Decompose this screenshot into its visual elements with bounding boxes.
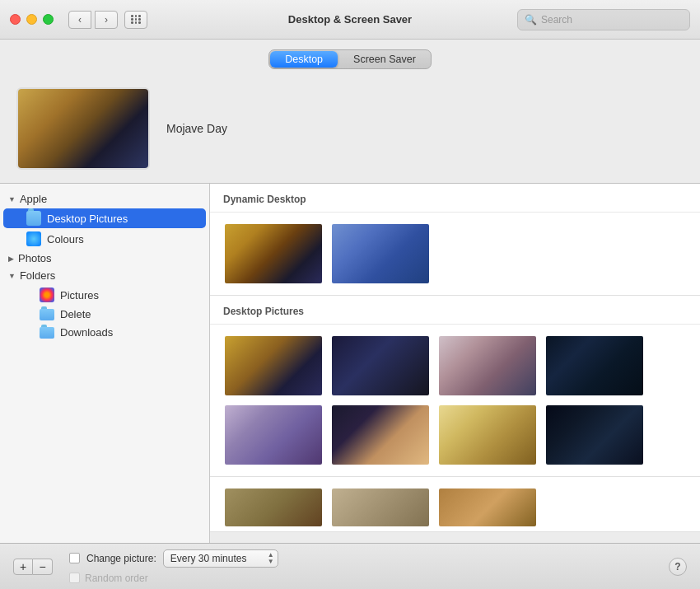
titlebar: ‹ › Desktop & Screen Saver 🔍	[0, 0, 700, 40]
bottom-bar: + − Change picture: Every 5 seconds Ever…	[0, 543, 700, 589]
thumb-dp-4[interactable]	[544, 334, 645, 397]
change-picture-checkbox[interactable]	[69, 553, 80, 563]
sidebar-item-downloads[interactable]: Downloads	[3, 324, 206, 341]
sidebar-label-pictures: Pictures	[60, 289, 99, 302]
random-order-row: Random order	[69, 573, 278, 584]
maximize-button[interactable]	[43, 14, 54, 25]
random-order-checkbox[interactable]	[69, 573, 80, 583]
sidebar-item-colours[interactable]: Colours	[3, 229, 206, 249]
nav-buttons: ‹ ›	[68, 11, 118, 29]
thumb-dp-10[interactable]	[330, 487, 431, 528]
folder-icon	[26, 211, 41, 226]
apple-chevron-icon: ▼	[8, 195, 16, 203]
change-picture-label: Change picture:	[86, 553, 156, 564]
forward-button[interactable]: ›	[95, 11, 118, 29]
sidebar-section-folders[interactable]: ▼ Folders	[0, 267, 209, 284]
grid-dots-icon	[131, 15, 141, 24]
thumb-dynamic-1[interactable]	[223, 222, 324, 285]
add-remove-buttons: + −	[13, 559, 53, 575]
help-button[interactable]: ?	[669, 558, 687, 576]
traffic-lights	[10, 14, 54, 25]
main-content: Mojave Day ▼ Apple Desktop Pictures Colo…	[0, 79, 700, 543]
folders-section-label: Folders	[20, 269, 55, 282]
change-picture-row: Change picture: Every 5 seconds Every 10…	[69, 549, 278, 568]
folder-downloads-icon	[40, 327, 54, 339]
preview-area: Mojave Day	[0, 79, 700, 183]
sidebar-label-downloads: Downloads	[60, 326, 113, 339]
search-icon: 🔍	[525, 14, 537, 26]
thumb-img-dp-1	[225, 336, 322, 395]
sidebar-label-colours: Colours	[47, 233, 84, 245]
remove-button[interactable]: −	[33, 559, 53, 575]
sidebar-item-pictures[interactable]: Pictures	[3, 285, 206, 305]
thumb-dp-1[interactable]	[223, 334, 324, 397]
interval-select[interactable]: Every 5 seconds Every 10 seconds Every 3…	[163, 549, 278, 568]
photos-label: Photos	[18, 252, 51, 264]
folders-chevron-icon: ▼	[8, 272, 16, 280]
tab-desktop[interactable]: Desktop	[270, 51, 338, 68]
thumb-img-dp-3	[439, 336, 536, 395]
thumb-img-dp-9	[225, 488, 322, 528]
preview-image[interactable]	[16, 87, 150, 170]
photos-chevron-icon: ▶	[8, 255, 14, 263]
sidebar-label-desktop-pictures: Desktop Pictures	[47, 213, 128, 225]
sidebar-section-photos[interactable]: ▶ Photos	[0, 250, 209, 267]
thumb-dp-7[interactable]	[437, 404, 538, 466]
thumb-img-dp-4	[546, 336, 643, 395]
sidebar-label-delete: Delete	[60, 308, 91, 320]
globe-icon	[26, 231, 41, 246]
bottom-options: Change picture: Every 5 seconds Every 10…	[69, 549, 278, 584]
preview-img-inner	[18, 89, 148, 168]
thumb-dp-6[interactable]	[330, 404, 431, 466]
thumb-img-dp-5	[225, 405, 322, 465]
thumb-img-dp-8	[546, 405, 643, 465]
random-order-label: Random order	[85, 573, 148, 584]
desktop-pictures-label: Desktop Pictures	[210, 296, 700, 325]
thumb-img-dp-6	[332, 405, 429, 465]
sidebar-item-desktop-pictures[interactable]: Desktop Pictures	[3, 208, 206, 228]
segment-bar: Desktop Screen Saver	[0, 40, 700, 79]
segment-control: Desktop Screen Saver	[268, 49, 432, 69]
dynamic-desktop-label: Dynamic Desktop	[210, 184, 700, 213]
sidebar-section-apple[interactable]: ▼ Apple	[0, 190, 209, 208]
thumb-img-dynamic-1	[225, 224, 322, 283]
thumb-dp-2[interactable]	[330, 334, 431, 397]
thumb-img-dynamic-2	[332, 224, 429, 283]
preview-name: Mojave Day	[166, 122, 227, 135]
thumb-img-dp-7	[439, 405, 536, 465]
photos-icon	[40, 287, 54, 302]
window-title: Desktop & Screen Saver	[288, 13, 412, 26]
add-button[interactable]: +	[13, 559, 33, 575]
sidebar-item-delete[interactable]: Delete	[3, 306, 206, 323]
interval-select-wrapper: Every 5 seconds Every 10 seconds Every 3…	[163, 549, 278, 568]
thumb-img-dp-10	[332, 488, 429, 528]
close-button[interactable]	[10, 14, 21, 25]
thumb-img-dp-11	[439, 488, 536, 528]
minimize-button[interactable]	[26, 14, 37, 25]
desktop-pictures-grid-2	[210, 477, 700, 532]
thumb-dp-9[interactable]	[223, 487, 324, 528]
thumb-dp-11[interactable]	[437, 487, 538, 528]
dynamic-desktop-grid	[210, 213, 700, 296]
search-box[interactable]: 🔍	[517, 9, 690, 30]
thumb-dynamic-2[interactable]	[330, 222, 431, 285]
thumb-dp-5[interactable]	[223, 404, 324, 466]
folder-delete-icon	[40, 309, 54, 320]
apple-section-label: Apple	[20, 193, 47, 205]
back-button[interactable]: ‹	[68, 11, 91, 29]
grid-view-button[interactable]	[124, 11, 147, 29]
tab-screen-saver[interactable]: Screen Saver	[338, 50, 431, 68]
content-area: Dynamic Desktop Desktop Pictures	[210, 184, 700, 543]
split-panel: ▼ Apple Desktop Pictures Colours ▶ Photo…	[0, 183, 700, 543]
desktop-pictures-grid	[210, 325, 700, 477]
thumb-dp-8[interactable]	[544, 404, 645, 466]
search-input[interactable]	[541, 14, 683, 26]
thumb-dp-3[interactable]	[437, 334, 538, 397]
sidebar: ▼ Apple Desktop Pictures Colours ▶ Photo…	[0, 184, 210, 543]
thumb-img-dp-2	[332, 336, 429, 395]
